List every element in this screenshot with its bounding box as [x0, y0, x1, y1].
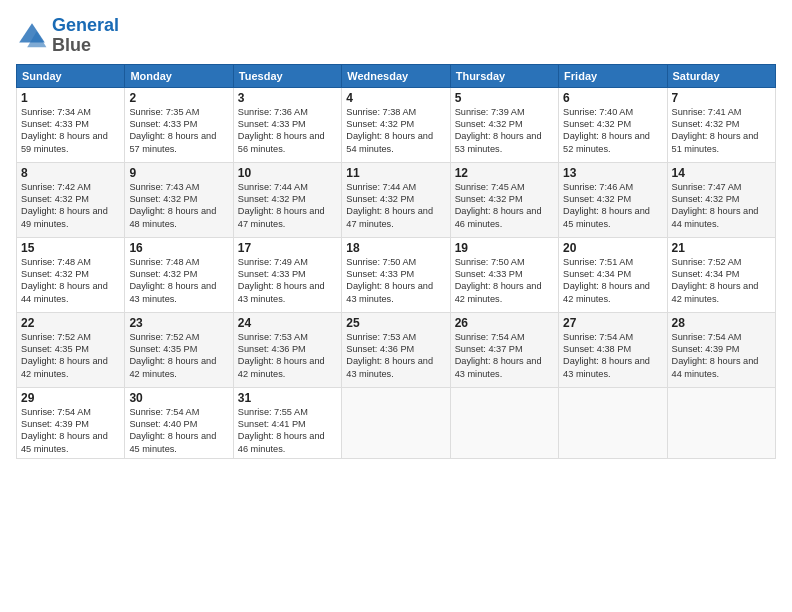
calendar-week-row: 1Sunrise: 7:34 AMSunset: 4:33 PMDaylight… [17, 87, 776, 162]
calendar-cell: 14Sunrise: 7:47 AMSunset: 4:32 PMDayligh… [667, 162, 775, 237]
header: GeneralBlue [16, 16, 776, 56]
calendar-week-row: 22Sunrise: 7:52 AMSunset: 4:35 PMDayligh… [17, 312, 776, 387]
calendar-week-row: 8Sunrise: 7:42 AMSunset: 4:32 PMDaylight… [17, 162, 776, 237]
day-number: 3 [238, 91, 337, 105]
calendar-cell: 9Sunrise: 7:43 AMSunset: 4:32 PMDaylight… [125, 162, 233, 237]
calendar-week-row: 15Sunrise: 7:48 AMSunset: 4:32 PMDayligh… [17, 237, 776, 312]
day-number: 24 [238, 316, 337, 330]
day-detail: Sunrise: 7:52 AMSunset: 4:35 PMDaylight:… [129, 331, 228, 381]
calendar-cell: 16Sunrise: 7:48 AMSunset: 4:32 PMDayligh… [125, 237, 233, 312]
calendar-cell: 18Sunrise: 7:50 AMSunset: 4:33 PMDayligh… [342, 237, 450, 312]
calendar-cell: 11Sunrise: 7:44 AMSunset: 4:32 PMDayligh… [342, 162, 450, 237]
day-number: 14 [672, 166, 771, 180]
day-detail: Sunrise: 7:54 AMSunset: 4:39 PMDaylight:… [672, 331, 771, 381]
weekday-header-tuesday: Tuesday [233, 64, 341, 87]
day-number: 9 [129, 166, 228, 180]
calendar-cell: 5Sunrise: 7:39 AMSunset: 4:32 PMDaylight… [450, 87, 558, 162]
calendar-cell: 26Sunrise: 7:54 AMSunset: 4:37 PMDayligh… [450, 312, 558, 387]
calendar-cell: 6Sunrise: 7:40 AMSunset: 4:32 PMDaylight… [559, 87, 667, 162]
day-detail: Sunrise: 7:52 AMSunset: 4:34 PMDaylight:… [672, 256, 771, 306]
calendar-week-row: 29Sunrise: 7:54 AMSunset: 4:39 PMDayligh… [17, 387, 776, 459]
day-detail: Sunrise: 7:53 AMSunset: 4:36 PMDaylight:… [346, 331, 445, 381]
day-detail: Sunrise: 7:39 AMSunset: 4:32 PMDaylight:… [455, 106, 554, 156]
calendar-cell: 25Sunrise: 7:53 AMSunset: 4:36 PMDayligh… [342, 312, 450, 387]
day-number: 25 [346, 316, 445, 330]
day-number: 2 [129, 91, 228, 105]
weekday-header-friday: Friday [559, 64, 667, 87]
day-number: 20 [563, 241, 662, 255]
logo-text: GeneralBlue [52, 16, 119, 56]
day-detail: Sunrise: 7:54 AMSunset: 4:38 PMDaylight:… [563, 331, 662, 381]
calendar-cell [342, 387, 450, 459]
calendar-cell [559, 387, 667, 459]
day-detail: Sunrise: 7:50 AMSunset: 4:33 PMDaylight:… [346, 256, 445, 306]
calendar-cell: 24Sunrise: 7:53 AMSunset: 4:36 PMDayligh… [233, 312, 341, 387]
weekday-header-thursday: Thursday [450, 64, 558, 87]
calendar-cell: 1Sunrise: 7:34 AMSunset: 4:33 PMDaylight… [17, 87, 125, 162]
day-detail: Sunrise: 7:47 AMSunset: 4:32 PMDaylight:… [672, 181, 771, 231]
calendar-cell: 2Sunrise: 7:35 AMSunset: 4:33 PMDaylight… [125, 87, 233, 162]
calendar-cell: 17Sunrise: 7:49 AMSunset: 4:33 PMDayligh… [233, 237, 341, 312]
day-detail: Sunrise: 7:54 AMSunset: 4:37 PMDaylight:… [455, 331, 554, 381]
calendar-cell: 19Sunrise: 7:50 AMSunset: 4:33 PMDayligh… [450, 237, 558, 312]
calendar-cell: 4Sunrise: 7:38 AMSunset: 4:32 PMDaylight… [342, 87, 450, 162]
calendar-cell: 10Sunrise: 7:44 AMSunset: 4:32 PMDayligh… [233, 162, 341, 237]
calendar-header-row: SundayMondayTuesdayWednesdayThursdayFrid… [17, 64, 776, 87]
day-number: 1 [21, 91, 120, 105]
day-number: 8 [21, 166, 120, 180]
calendar-cell: 7Sunrise: 7:41 AMSunset: 4:32 PMDaylight… [667, 87, 775, 162]
logo: GeneralBlue [16, 16, 119, 56]
calendar-cell: 3Sunrise: 7:36 AMSunset: 4:33 PMDaylight… [233, 87, 341, 162]
logo-icon [16, 20, 48, 52]
day-number: 30 [129, 391, 228, 405]
day-number: 6 [563, 91, 662, 105]
day-number: 5 [455, 91, 554, 105]
day-detail: Sunrise: 7:42 AMSunset: 4:32 PMDaylight:… [21, 181, 120, 231]
day-detail: Sunrise: 7:49 AMSunset: 4:33 PMDaylight:… [238, 256, 337, 306]
calendar-cell: 30Sunrise: 7:54 AMSunset: 4:40 PMDayligh… [125, 387, 233, 459]
weekday-header-sunday: Sunday [17, 64, 125, 87]
day-number: 18 [346, 241, 445, 255]
day-detail: Sunrise: 7:52 AMSunset: 4:35 PMDaylight:… [21, 331, 120, 381]
day-number: 13 [563, 166, 662, 180]
day-detail: Sunrise: 7:53 AMSunset: 4:36 PMDaylight:… [238, 331, 337, 381]
calendar-cell: 13Sunrise: 7:46 AMSunset: 4:32 PMDayligh… [559, 162, 667, 237]
day-number: 23 [129, 316, 228, 330]
day-detail: Sunrise: 7:45 AMSunset: 4:32 PMDaylight:… [455, 181, 554, 231]
calendar-cell: 31Sunrise: 7:55 AMSunset: 4:41 PMDayligh… [233, 387, 341, 459]
day-detail: Sunrise: 7:54 AMSunset: 4:39 PMDaylight:… [21, 406, 120, 456]
day-number: 29 [21, 391, 120, 405]
calendar-cell: 15Sunrise: 7:48 AMSunset: 4:32 PMDayligh… [17, 237, 125, 312]
day-detail: Sunrise: 7:40 AMSunset: 4:32 PMDaylight:… [563, 106, 662, 156]
day-number: 28 [672, 316, 771, 330]
calendar-cell: 29Sunrise: 7:54 AMSunset: 4:39 PMDayligh… [17, 387, 125, 459]
day-detail: Sunrise: 7:55 AMSunset: 4:41 PMDaylight:… [238, 406, 337, 456]
day-number: 4 [346, 91, 445, 105]
day-number: 21 [672, 241, 771, 255]
day-detail: Sunrise: 7:48 AMSunset: 4:32 PMDaylight:… [21, 256, 120, 306]
day-detail: Sunrise: 7:46 AMSunset: 4:32 PMDaylight:… [563, 181, 662, 231]
calendar-cell [450, 387, 558, 459]
day-number: 10 [238, 166, 337, 180]
weekday-header-monday: Monday [125, 64, 233, 87]
day-detail: Sunrise: 7:36 AMSunset: 4:33 PMDaylight:… [238, 106, 337, 156]
page-container: GeneralBlue SundayMondayTuesdayWednesday… [0, 0, 792, 612]
day-number: 15 [21, 241, 120, 255]
day-number: 31 [238, 391, 337, 405]
day-detail: Sunrise: 7:44 AMSunset: 4:32 PMDaylight:… [346, 181, 445, 231]
day-detail: Sunrise: 7:51 AMSunset: 4:34 PMDaylight:… [563, 256, 662, 306]
day-number: 26 [455, 316, 554, 330]
calendar-cell [667, 387, 775, 459]
day-detail: Sunrise: 7:44 AMSunset: 4:32 PMDaylight:… [238, 181, 337, 231]
day-detail: Sunrise: 7:41 AMSunset: 4:32 PMDaylight:… [672, 106, 771, 156]
calendar-cell: 23Sunrise: 7:52 AMSunset: 4:35 PMDayligh… [125, 312, 233, 387]
calendar-table: SundayMondayTuesdayWednesdayThursdayFrid… [16, 64, 776, 460]
day-detail: Sunrise: 7:43 AMSunset: 4:32 PMDaylight:… [129, 181, 228, 231]
day-number: 19 [455, 241, 554, 255]
day-detail: Sunrise: 7:54 AMSunset: 4:40 PMDaylight:… [129, 406, 228, 456]
weekday-header-saturday: Saturday [667, 64, 775, 87]
calendar-cell: 28Sunrise: 7:54 AMSunset: 4:39 PMDayligh… [667, 312, 775, 387]
day-detail: Sunrise: 7:48 AMSunset: 4:32 PMDaylight:… [129, 256, 228, 306]
day-number: 27 [563, 316, 662, 330]
day-number: 17 [238, 241, 337, 255]
